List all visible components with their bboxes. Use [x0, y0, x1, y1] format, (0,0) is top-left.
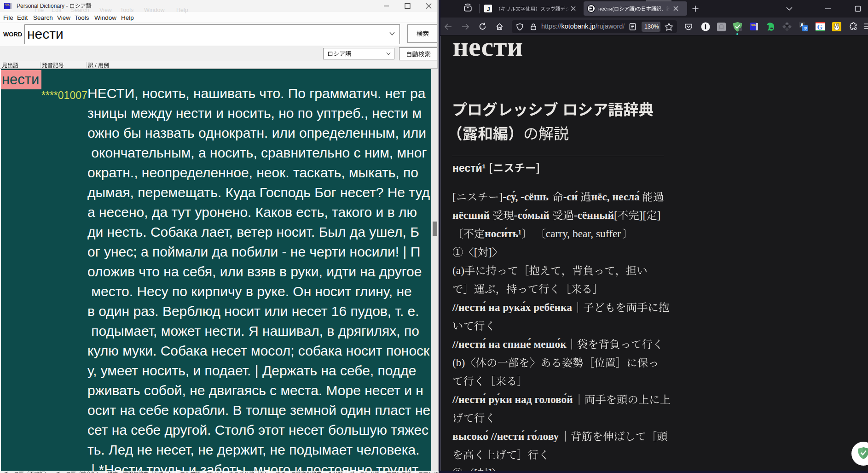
svg-text:G: G	[817, 23, 823, 31]
svg-text:PDIC: PDIC	[751, 24, 756, 26]
svg-text:PDIC: PDIC	[5, 4, 10, 6]
